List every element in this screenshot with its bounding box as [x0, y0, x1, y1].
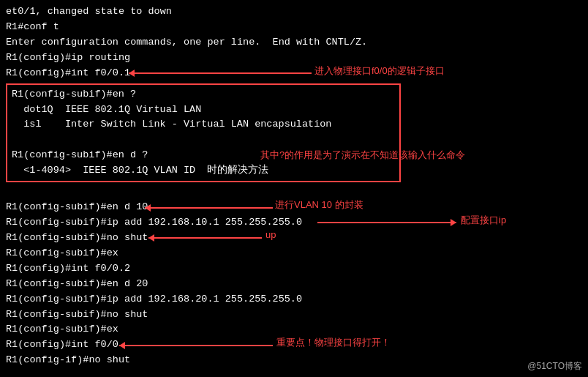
line-7: dot1Q IEEE 802.1Q Virtual LAN [12, 102, 395, 118]
watermark: @51CTO博客 [527, 360, 582, 373]
line-spacer2 [6, 184, 582, 200]
annotation-vlan10: 进行VLAN 10 的封装 [275, 198, 363, 212]
annotation-subif: 进入物理接口f0/0的逻辑子接口 [314, 64, 445, 78]
annotation-physical: 重要点！物理接口得打开！ [276, 336, 391, 349]
line-8: isl Inter Switch Link - Virtual LAN enca… [12, 117, 395, 132]
line-end20: R1(config-subif)#en d 20 [6, 277, 582, 292]
line-10: <1-4094> IEEE 802.1Q VLAN ID 时的解决方法 [12, 163, 268, 179]
line-end10: R1(config-subif)#en d 10 [6, 200, 148, 215]
line-3: Enter configuration commands, one per li… [6, 35, 582, 51]
line-ipadd1: R1(config-subif)#ip add 192.168.10.1 255… [6, 215, 302, 231]
line-intf00: R1(config)#int f0/0 [6, 337, 118, 353]
line-2: R1#conf t [6, 20, 582, 35]
terminal: et0/1, changed state to down R1#conf t E… [0, 0, 588, 377]
line-noshut3: R1(config-if)#no shut [6, 353, 582, 368]
line-intf002: R1(config)#int f0/0.2 [6, 261, 582, 277]
annotation-configip: 配置接口ip [461, 214, 506, 227]
line-noshut1: R1(config-subif)#no shut [6, 231, 148, 246]
line-ex1: R1(config-subif)#ex [6, 246, 582, 261]
line-1: et0/1, changed state to down [6, 4, 582, 20]
line-ipadd2: R1(config-subif)#ip add 192.168.20.1 255… [6, 292, 582, 307]
line-4: R1(config)#ip routing [6, 51, 582, 66]
line-spacer1 [12, 132, 395, 148]
line-noshut2: R1(config-subif)#no shut [6, 307, 582, 323]
line-ex2: R1(config-subif)#ex [6, 322, 582, 337]
line-5: R1(config)#int f0/0.1 [6, 66, 130, 81]
annotation-up: up [265, 229, 276, 240]
annotation-question: 其中?的作用是为了演示在不知道该输入什么命令 [260, 148, 465, 163]
line-9: R1(config-subif)#en d ? [12, 148, 268, 163]
line-6: R1(config-subif)#en ? [12, 87, 395, 102]
